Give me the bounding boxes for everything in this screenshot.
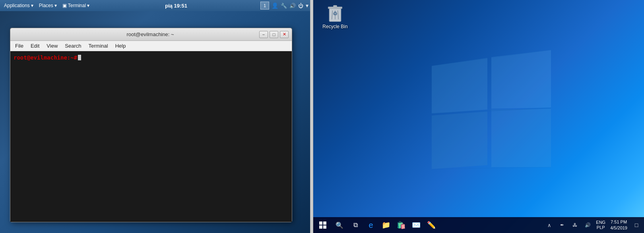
windows-taskbar: 🔍 ⧉ e 📁 🛍️ ✉️ ✏️ ∧ ✒ (313, 217, 644, 233)
pen-icon: ✏️ (427, 221, 436, 229)
places-arrow-icon: ▾ (54, 3, 57, 8)
volume-tray-icon[interactable]: 🔊 (582, 218, 594, 232)
network-icon: 🖧 (572, 222, 577, 228)
edit-menu-label: Edit (31, 43, 39, 49)
places-label: Places (39, 3, 53, 8)
windows-desktop: ♻ Recycle Bin (313, 0, 644, 217)
taskbar-right: 1 👤 🔧 🔊 ⏻ ▾ (260, 2, 308, 10)
svg-rect-12 (333, 5, 337, 7)
terminal-menu-label: Terminal (89, 43, 108, 49)
maximize-icon: □ (273, 32, 275, 37)
system-tray: ∧ ✒ 🖧 🔊 ENG PLP 7:51 PM 4/5/2019 □ (543, 218, 642, 232)
kali-clock: pią 19:51 (165, 3, 187, 9)
stylus-icon: ✒ (560, 222, 564, 228)
search-icon: 🔍 (336, 221, 343, 229)
notification-icon: □ (635, 222, 638, 228)
task-view-icon: ⧉ (353, 221, 358, 229)
search-menu-item[interactable]: Search (62, 42, 84, 50)
applications-label: Applications (4, 3, 30, 8)
applications-menu-btn[interactable]: Applications ▾ (2, 2, 36, 9)
tray-expand-button[interactable]: ∧ (543, 218, 555, 232)
windows-start-icon (319, 221, 326, 229)
close-icon: ✕ (283, 32, 286, 37)
maximize-button[interactable]: □ (270, 31, 278, 38)
task-view-button[interactable]: ⧉ (348, 218, 363, 232)
folder-icon: 📁 (382, 221, 390, 229)
workspace-num: 1 (264, 3, 266, 8)
places-menu-btn[interactable]: Places ▾ (37, 2, 59, 9)
search-button[interactable]: 🔍 (332, 218, 347, 232)
terminal-menubar: File Edit View Search Terminal Help (10, 41, 292, 51)
terminal-label: Terminal (68, 3, 86, 8)
windows-time: 7:51 PM (611, 219, 627, 225)
recycle-bin-label: Recycle Bin (322, 24, 347, 29)
svg-rect-14 (319, 221, 322, 225)
language-code: ENG (596, 220, 605, 225)
svg-text:♻: ♻ (333, 11, 338, 17)
volume-icon: 🔊 (585, 222, 591, 228)
network-tray-icon[interactable]: 🖧 (569, 218, 581, 232)
terminal-window: root@evilmachine: ~ − □ ✕ File (10, 28, 292, 222)
mail-button[interactable]: ✉️ (409, 218, 423, 232)
pen-button[interactable]: ✏️ (425, 218, 438, 232)
view-menu-item[interactable]: View (43, 42, 61, 50)
edit-menu-item[interactable]: Edit (27, 42, 43, 50)
store-button[interactable]: 🛍️ (394, 218, 408, 232)
svg-rect-16 (319, 225, 322, 229)
terminal-content[interactable]: root@evilmachine:~# (10, 51, 292, 222)
terminal-menu-btn[interactable]: ▣ Terminal ▾ (60, 2, 92, 9)
close-button[interactable]: ✕ (280, 31, 289, 38)
terminal-controls: − □ ✕ (259, 31, 289, 38)
windows-desktop-area: ♻ Recycle Bin 🔍 ⧉ e (313, 0, 644, 233)
pen-tray-icon[interactable]: ✒ (556, 218, 568, 232)
applications-arrow-icon: ▾ (31, 3, 33, 8)
svg-rect-17 (323, 225, 326, 229)
help-menu-label: Help (115, 43, 126, 49)
recycle-bin-image: ♻ (326, 3, 345, 22)
svg-rect-15 (323, 221, 326, 225)
notification-center-button[interactable]: □ (630, 218, 642, 232)
workspace-1-btn[interactable]: 1 (260, 2, 269, 10)
mail-icon: ✉️ (412, 221, 421, 229)
recycle-bin-svg: ♻ (326, 2, 345, 23)
start-button[interactable] (315, 217, 331, 233)
session-arrow-icon[interactable]: ▾ (306, 2, 308, 9)
network-icon[interactable]: 🔧 (281, 3, 287, 9)
edge-icon: e (369, 221, 373, 230)
volume-icon[interactable]: 🔊 (289, 3, 296, 9)
terminal-icon: ▣ (62, 3, 67, 8)
file-explorer-button[interactable]: 📁 (379, 218, 393, 232)
terminal-user-prompt: root@evilmachine:~# (14, 54, 77, 61)
terminal-arrow-icon: ▾ (87, 3, 89, 8)
language-indicator[interactable]: ENG PLP (594, 220, 607, 230)
store-icon: 🛍️ (397, 221, 405, 229)
windows-date: 4/5/2019 (610, 225, 627, 231)
terminal-title: root@evilmachine: ~ (41, 31, 259, 37)
people-icon[interactable]: 👤 (272, 2, 278, 9)
terminal-prompt-line: root@evilmachine:~# (14, 54, 289, 61)
screen-divider (310, 0, 313, 233)
search-menu-label: Search (65, 43, 81, 49)
kali-desktop: root@evilmachine: ~ − □ ✕ File (0, 14, 310, 233)
kali-desktop-area: Applications ▾ Places ▾ ▣ Terminal ▾ pią… (0, 0, 310, 233)
help-menu-item[interactable]: Help (112, 42, 129, 50)
terminal-menu-item-btn[interactable]: Terminal (85, 42, 111, 50)
recycle-bin-icon[interactable]: ♻ Recycle Bin (321, 3, 349, 29)
power-icon[interactable]: ⏻ (298, 3, 303, 9)
minimize-button[interactable]: − (259, 31, 268, 38)
chevron-up-icon: ∧ (547, 222, 551, 228)
terminal-titlebar: root@evilmachine: ~ − □ ✕ (10, 28, 292, 41)
edge-browser-button[interactable]: e (364, 218, 378, 232)
kali-taskbar: Applications ▾ Places ▾ ▣ Terminal ▾ pią… (0, 0, 310, 11)
windows-clock[interactable]: 7:51 PM 4/5/2019 (608, 219, 630, 231)
file-menu-label: File (15, 43, 23, 49)
minimize-icon: − (262, 32, 265, 37)
terminal-cursor (78, 55, 81, 60)
taskbar-center: pią 19:51 (93, 3, 260, 9)
language-sub: PLP (597, 225, 605, 230)
view-menu-label: View (47, 43, 58, 49)
file-menu-item[interactable]: File (12, 42, 27, 50)
